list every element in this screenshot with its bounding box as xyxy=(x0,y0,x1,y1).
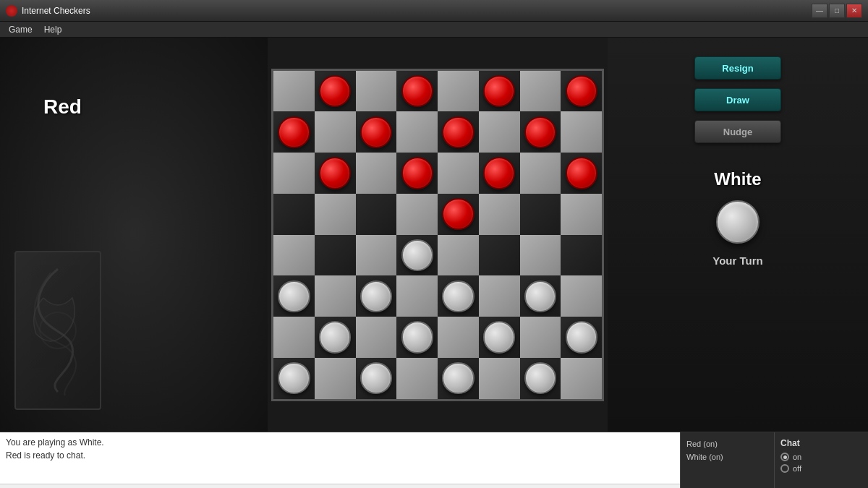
piece-red-0-5[interactable] xyxy=(483,75,515,107)
piece-red-1-0[interactable] xyxy=(278,116,310,148)
cell-2-3[interactable] xyxy=(396,153,438,194)
piece-white-7-0[interactable] xyxy=(278,362,310,394)
cell-4-7[interactable] xyxy=(561,235,602,276)
piece-white-6-5[interactable] xyxy=(483,321,515,353)
cell-2-0[interactable] xyxy=(273,153,315,194)
piece-red-1-4[interactable] xyxy=(442,116,474,148)
piece-red-3-4[interactable] xyxy=(442,198,474,230)
cell-2-1[interactable] xyxy=(315,153,356,194)
cell-0-6[interactable] xyxy=(520,71,561,112)
chat-message-select[interactable]: (Select a message to send) xyxy=(0,484,680,488)
cell-1-0[interactable] xyxy=(273,111,315,153)
cell-3-5[interactable] xyxy=(479,194,520,235)
nudge-button[interactable]: Nudge xyxy=(694,120,781,143)
cell-3-7[interactable] xyxy=(561,194,602,235)
cell-6-2[interactable] xyxy=(356,317,397,358)
cell-7-6[interactable] xyxy=(520,358,561,399)
cell-0-0[interactable] xyxy=(273,71,315,112)
cell-3-3[interactable] xyxy=(396,194,438,235)
piece-white-7-2[interactable] xyxy=(360,362,392,394)
cell-0-1[interactable] xyxy=(315,71,356,112)
piece-red-0-7[interactable] xyxy=(566,75,597,107)
piece-white-7-4[interactable] xyxy=(442,362,474,394)
piece-red-2-7[interactable] xyxy=(566,157,597,189)
cell-3-6[interactable] xyxy=(520,194,561,235)
cell-6-5[interactable] xyxy=(479,317,520,358)
maximize-button[interactable]: □ xyxy=(829,4,845,18)
cell-4-6[interactable] xyxy=(520,235,561,276)
cell-4-4[interactable] xyxy=(438,235,479,276)
piece-white-5-6[interactable] xyxy=(524,281,556,312)
close-button[interactable]: ✕ xyxy=(846,4,862,18)
piece-red-2-5[interactable] xyxy=(483,157,515,189)
cell-5-1[interactable] xyxy=(315,275,356,317)
cell-4-3[interactable] xyxy=(396,235,438,276)
cell-1-3[interactable] xyxy=(396,111,438,153)
cell-6-0[interactable] xyxy=(273,317,315,358)
cell-5-0[interactable] xyxy=(273,275,315,317)
cell-1-7[interactable] xyxy=(561,111,602,153)
cell-2-4[interactable] xyxy=(438,153,479,194)
cell-4-0[interactable] xyxy=(273,235,315,276)
cell-0-3[interactable] xyxy=(396,71,438,112)
cell-7-0[interactable] xyxy=(273,358,315,399)
piece-red-2-1[interactable] xyxy=(319,157,351,189)
cell-0-5[interactable] xyxy=(479,71,520,112)
cell-4-2[interactable] xyxy=(356,235,397,276)
cell-3-0[interactable] xyxy=(273,194,315,235)
chat-off-radio[interactable] xyxy=(780,464,789,473)
piece-red-1-2[interactable] xyxy=(360,116,392,148)
chat-on-radio[interactable] xyxy=(780,453,789,461)
cell-2-7[interactable] xyxy=(561,153,602,194)
cell-4-5[interactable] xyxy=(479,235,520,276)
piece-white-5-2[interactable] xyxy=(360,281,392,312)
minimize-button[interactable]: — xyxy=(812,4,827,18)
cell-6-7[interactable] xyxy=(561,317,602,358)
cell-2-6[interactable] xyxy=(520,153,561,194)
resign-button[interactable]: Resign xyxy=(694,56,781,80)
cell-1-5[interactable] xyxy=(479,111,520,153)
piece-red-0-1[interactable] xyxy=(319,75,351,107)
piece-white-7-6[interactable] xyxy=(524,362,556,394)
menu-help[interactable]: Help xyxy=(38,23,68,36)
cell-6-1[interactable] xyxy=(315,317,356,358)
cell-5-5[interactable] xyxy=(479,275,520,317)
piece-red-0-3[interactable] xyxy=(401,75,433,107)
piece-white-5-0[interactable] xyxy=(278,281,310,312)
draw-button[interactable]: Draw xyxy=(694,88,781,111)
cell-1-4[interactable] xyxy=(438,111,479,153)
cell-5-3[interactable] xyxy=(396,275,438,317)
cell-5-2[interactable] xyxy=(356,275,397,317)
cell-0-4[interactable] xyxy=(438,71,479,112)
cell-6-4[interactable] xyxy=(438,317,479,358)
cell-3-1[interactable] xyxy=(315,194,356,235)
cell-7-2[interactable] xyxy=(356,358,397,399)
piece-red-2-3[interactable] xyxy=(401,157,433,189)
piece-white-6-7[interactable] xyxy=(566,321,597,353)
menu-game[interactable]: Game xyxy=(3,23,38,36)
checkerboard[interactable] xyxy=(271,69,604,401)
cell-2-2[interactable] xyxy=(356,153,397,194)
piece-white-6-1[interactable] xyxy=(319,321,351,353)
cell-1-6[interactable] xyxy=(520,111,561,153)
cell-3-2[interactable] xyxy=(356,194,397,235)
cell-0-2[interactable] xyxy=(356,71,397,112)
piece-white-5-4[interactable] xyxy=(442,281,474,312)
cell-7-7[interactable] xyxy=(561,358,602,399)
cell-1-1[interactable] xyxy=(315,111,356,153)
cell-5-4[interactable] xyxy=(438,275,479,317)
cell-7-4[interactable] xyxy=(438,358,479,399)
cell-2-5[interactable] xyxy=(479,153,520,194)
cell-4-1[interactable] xyxy=(315,235,356,276)
cell-5-6[interactable] xyxy=(520,275,561,317)
piece-white-4-3[interactable] xyxy=(401,239,433,271)
piece-white-6-3[interactable] xyxy=(401,321,433,353)
cell-7-1[interactable] xyxy=(315,358,356,399)
cell-7-3[interactable] xyxy=(396,358,438,399)
piece-red-1-6[interactable] xyxy=(524,116,556,148)
cell-3-4[interactable] xyxy=(438,194,479,235)
cell-1-2[interactable] xyxy=(356,111,397,153)
cell-6-6[interactable] xyxy=(520,317,561,358)
cell-0-7[interactable] xyxy=(561,71,602,112)
cell-7-5[interactable] xyxy=(479,358,520,399)
